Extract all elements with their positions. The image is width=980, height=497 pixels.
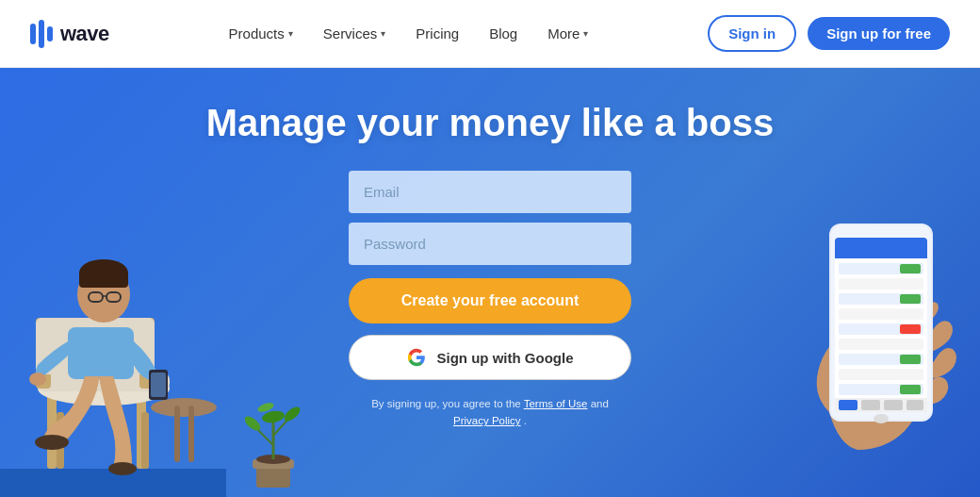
person-svg bbox=[0, 129, 226, 497]
svg-point-23 bbox=[29, 373, 46, 386]
svg-rect-50 bbox=[900, 264, 921, 273]
chevron-down-icon: ▾ bbox=[381, 28, 385, 39]
phone-svg bbox=[773, 129, 980, 497]
svg-rect-42 bbox=[839, 278, 923, 290]
svg-rect-12 bbox=[188, 406, 194, 462]
nav-item-products[interactable]: Products ▾ bbox=[216, 18, 306, 49]
svg-point-60 bbox=[874, 414, 889, 423]
svg-rect-53 bbox=[900, 355, 921, 364]
svg-rect-11 bbox=[174, 406, 180, 462]
nav-item-pricing[interactable]: Pricing bbox=[402, 18, 472, 49]
terms-text: By signing up, you agree to the Terms of… bbox=[371, 395, 609, 430]
google-signup-label: Sign up with Google bbox=[437, 350, 574, 366]
svg-rect-58 bbox=[884, 400, 903, 410]
svg-rect-25 bbox=[151, 373, 166, 397]
person-illustration bbox=[0, 129, 226, 497]
svg-rect-51 bbox=[900, 294, 921, 304]
password-field[interactable] bbox=[349, 223, 631, 265]
nav-label-blog: Blog bbox=[489, 25, 517, 41]
main-nav: Products ▾ Services ▾ Pricing Blog More … bbox=[216, 18, 602, 49]
svg-point-10 bbox=[151, 398, 217, 417]
google-signup-button[interactable]: Sign up with Google bbox=[349, 335, 631, 380]
phone-illustration bbox=[773, 129, 980, 497]
plant-svg bbox=[245, 384, 302, 497]
header: wave Products ▾ Services ▾ Pricing Blog … bbox=[0, 0, 980, 68]
plant-illustration bbox=[245, 384, 302, 497]
google-icon bbox=[407, 348, 426, 367]
svg-rect-18 bbox=[79, 271, 128, 288]
svg-rect-57 bbox=[861, 400, 880, 410]
privacy-policy-link[interactable]: Privacy Policy bbox=[453, 415, 521, 426]
logo-bar-3 bbox=[47, 26, 53, 41]
svg-rect-13 bbox=[68, 327, 134, 379]
svg-rect-46 bbox=[839, 339, 923, 350]
nav-label-pricing: Pricing bbox=[416, 25, 459, 41]
logo-text: wave bbox=[60, 22, 109, 46]
signin-button[interactable]: Sign in bbox=[708, 15, 796, 52]
nav-item-blog[interactable]: Blog bbox=[476, 18, 531, 49]
email-field[interactable] bbox=[349, 171, 631, 213]
logo-bar-2 bbox=[39, 20, 44, 48]
svg-rect-54 bbox=[900, 385, 921, 394]
svg-rect-59 bbox=[906, 400, 923, 410]
svg-point-33 bbox=[245, 414, 263, 434]
logo-bar-1 bbox=[30, 24, 36, 44]
signup-button[interactable]: Sign up for free bbox=[808, 17, 950, 50]
svg-point-14 bbox=[35, 435, 69, 450]
svg-rect-40 bbox=[835, 252, 927, 258]
chevron-down-icon: ▾ bbox=[583, 28, 588, 39]
hero-section: Manage your money like a boss Create you… bbox=[0, 68, 980, 497]
svg-point-34 bbox=[282, 405, 302, 424]
svg-point-15 bbox=[108, 462, 137, 475]
wave-logo-icon bbox=[30, 20, 53, 48]
chevron-down-icon: ▾ bbox=[288, 28, 293, 39]
nav-label-products: Products bbox=[229, 25, 285, 41]
svg-rect-44 bbox=[839, 308, 923, 320]
svg-rect-52 bbox=[900, 324, 921, 334]
svg-rect-48 bbox=[839, 369, 923, 380]
terms-of-use-link[interactable]: Terms of Use bbox=[524, 398, 588, 409]
nav-item-more[interactable]: More ▾ bbox=[534, 18, 601, 49]
nav-label-more: More bbox=[547, 25, 580, 41]
nav-item-services[interactable]: Services ▾ bbox=[310, 18, 400, 49]
svg-rect-56 bbox=[839, 400, 858, 410]
hero-title: Manage your money like a boss bbox=[206, 102, 774, 144]
svg-rect-4 bbox=[141, 412, 149, 469]
header-actions: Sign in Sign up for free bbox=[708, 15, 950, 52]
create-account-button[interactable]: Create your free account bbox=[349, 278, 631, 323]
logo[interactable]: wave bbox=[30, 20, 109, 48]
signup-form: Create your free account Sign up with Go… bbox=[349, 171, 631, 430]
nav-label-services: Services bbox=[323, 25, 378, 41]
